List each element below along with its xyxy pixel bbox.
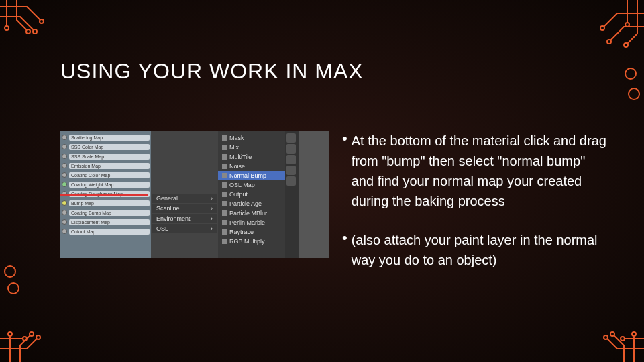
svg-point-9 (629, 88, 639, 99)
toolbar-column (285, 131, 299, 258)
svg-point-1 (33, 29, 37, 34)
svg-point-4 (600, 26, 604, 30)
bullet-list: • At the bottom of the material click an… (342, 131, 610, 289)
material-slots-panel: Scattering Map SSS Color Map SSS Scale M… (60, 131, 151, 258)
bullet-dot: • (342, 131, 347, 211)
decorative-circuit-bl (0, 261, 80, 362)
svg-point-7 (625, 23, 629, 27)
decorative-circuit-br (564, 282, 644, 362)
chevron-right-icon: › (211, 225, 213, 232)
svg-point-16 (604, 335, 608, 339)
bullet-text-2: (also attach your paint layer in the nor… (352, 230, 610, 270)
svg-point-15 (5, 266, 15, 277)
chevron-right-icon: › (211, 215, 213, 222)
decorative-circuit-tr (564, 0, 644, 107)
svg-point-6 (624, 43, 628, 47)
svg-point-2 (5, 26, 9, 30)
svg-point-17 (621, 337, 625, 341)
slide-title: USING YOUR WORK IN MAX (60, 59, 364, 84)
map-menu-panel: Mask Mix MultiTile Noise Normal Bump OSL… (218, 131, 285, 258)
submenu-panel: General› Scanline› Environment› OSL› (151, 131, 218, 258)
svg-point-11 (23, 337, 27, 341)
svg-point-14 (8, 283, 19, 294)
chevron-right-icon: › (211, 195, 213, 202)
svg-point-0 (40, 19, 44, 23)
embedded-screenshot: Scattering Map SSS Color Map SSS Scale M… (60, 131, 329, 258)
normal-bump-menu-item: Normal Bump (218, 171, 285, 180)
svg-point-13 (30, 332, 34, 336)
svg-point-12 (8, 332, 12, 336)
svg-point-8 (625, 68, 636, 79)
svg-point-5 (607, 40, 611, 44)
svg-point-19 (610, 332, 614, 336)
chevron-right-icon: › (211, 205, 213, 212)
svg-point-3 (26, 29, 30, 34)
callout-line (60, 194, 148, 196)
bullet-text-1: At the bottom of the material click and … (352, 131, 610, 211)
svg-point-18 (632, 332, 636, 336)
bullet-dot: • (342, 230, 347, 270)
svg-point-10 (36, 335, 40, 339)
